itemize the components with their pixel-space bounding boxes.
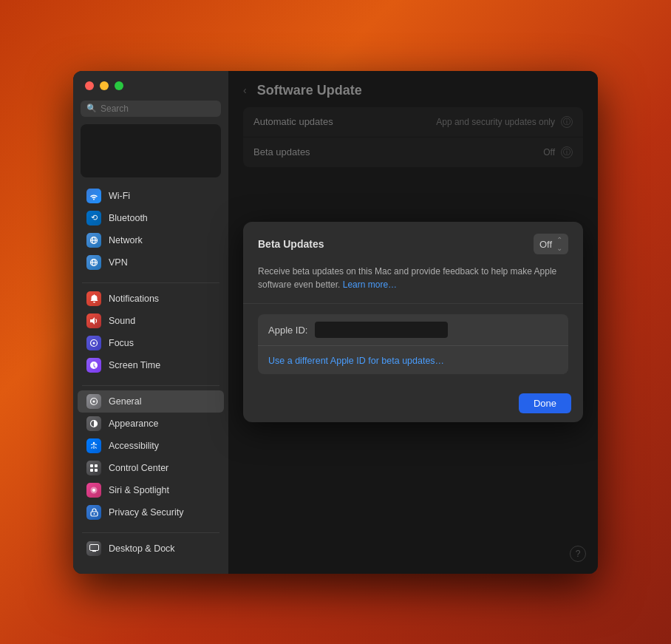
sidebar-item-label: Sound — [109, 316, 135, 326]
sidebar-item-general[interactable]: General — [78, 390, 224, 413]
svg-point-20 — [93, 513, 95, 515]
sidebar: 🔍 Wi-Fi — [73, 71, 228, 574]
focus-icon — [86, 336, 101, 350]
siri-icon — [86, 483, 101, 498]
sidebar-item-label: Screen Time — [109, 360, 160, 370]
different-apple-id-link[interactable]: Use a different Apple ID for beta update… — [268, 356, 444, 366]
system-preferences-window: 🔍 Wi-Fi — [73, 71, 598, 574]
network-icon — [86, 233, 101, 248]
sidebar-item-label: Bluetooth — [109, 213, 148, 223]
svg-rect-14 — [95, 464, 98, 467]
apple-id-value — [315, 322, 448, 338]
apple-id-label: Apple ID: — [268, 325, 307, 336]
sidebar-item-vpn[interactable]: VPN — [78, 251, 224, 274]
sidebar-item-siri[interactable]: Siri & Spotlight — [78, 479, 224, 501]
apple-id-link-row: Use a different Apple ID for beta update… — [258, 345, 568, 374]
sidebar-item-desktop[interactable]: Desktop & Dock — [78, 538, 224, 560]
sidebar-item-focus[interactable]: Focus — [78, 332, 224, 354]
svg-point-10 — [93, 400, 95, 402]
beta-toggle-value: Off — [539, 239, 552, 250]
main-content: ‹ Software Update Automatic updates App … — [228, 71, 598, 574]
maximize-button[interactable] — [115, 81, 123, 90]
sidebar-section-desktop: Desktop & Dock — [73, 538, 228, 560]
sidebar-section-system: General Appearance — [73, 390, 228, 523]
chevron-up-down-icon: ⌃⌄ — [556, 236, 562, 252]
modal-overlay: Beta Updates Off ⌃⌄ Receive beta updates… — [228, 71, 598, 574]
apple-id-row: Apple ID: — [258, 314, 568, 345]
sidebar-item-label: Accessibility — [109, 441, 159, 451]
sidebar-item-label: Network — [109, 235, 143, 245]
svg-rect-13 — [90, 464, 93, 467]
svg-point-8 — [93, 342, 95, 344]
svg-rect-15 — [90, 469, 93, 472]
sidebar-item-label: Wi-Fi — [109, 191, 130, 201]
sidebar-item-sound[interactable]: Sound — [78, 310, 224, 332]
svg-point-12 — [93, 441, 95, 443]
modal-apple-id-section: Apple ID: Use a different Apple ID for b… — [243, 304, 583, 384]
done-button[interactable]: Done — [519, 393, 571, 413]
appearance-icon — [86, 416, 101, 431]
svg-point-18 — [92, 489, 95, 492]
controlcenter-icon — [86, 461, 101, 475]
privacy-icon — [86, 505, 101, 520]
sidebar-item-label: Appearance — [109, 418, 158, 429]
desktop-icon — [86, 541, 101, 556]
notifications-icon — [86, 291, 101, 306]
modal-title: Beta Updates — [258, 238, 324, 250]
sidebar-divider-1 — [82, 282, 219, 283]
sidebar-item-screentime[interactable]: Screen Time — [78, 354, 224, 376]
sidebar-item-label: Siri & Spotlight — [109, 485, 169, 495]
modal-title-row: Beta Updates Off ⌃⌄ — [258, 234, 568, 254]
sidebar-item-label: Notifications — [109, 294, 159, 304]
sidebar-item-appearance[interactable]: Appearance — [78, 413, 224, 435]
sidebar-divider-2 — [82, 385, 219, 386]
sidebar-item-label: Desktop & Dock — [109, 543, 175, 554]
sound-icon — [86, 313, 101, 328]
svg-rect-16 — [95, 469, 98, 472]
sidebar-item-accessibility[interactable]: Accessibility — [78, 435, 224, 457]
sidebar-item-bluetooth[interactable]: ⟲ Bluetooth — [78, 207, 224, 229]
sidebar-item-privacy[interactable]: Privacy & Security — [78, 501, 224, 523]
modal-top-section: Beta Updates Off ⌃⌄ Receive beta updates… — [243, 222, 583, 303]
svg-rect-21 — [89, 545, 98, 551]
wifi-icon — [86, 189, 101, 203]
minimize-button[interactable] — [100, 81, 109, 90]
general-icon — [86, 394, 101, 409]
sidebar-item-wifi[interactable]: Wi-Fi — [78, 185, 224, 207]
svg-marker-6 — [90, 317, 95, 325]
screentime-icon — [86, 358, 101, 373]
sidebar-divider-3 — [82, 532, 219, 533]
modal-footer: Done — [243, 384, 583, 422]
sidebar-section-sounds: Notifications Sound — [73, 288, 228, 376]
user-profile[interactable] — [81, 124, 221, 177]
sidebar-section-network: Wi-Fi ⟲ Bluetooth — [73, 185, 228, 274]
accessibility-icon — [86, 438, 101, 453]
bluetooth-icon: ⟲ — [86, 211, 101, 226]
sidebar-item-label: Privacy & Security — [109, 507, 183, 518]
close-button[interactable] — [85, 81, 94, 90]
learn-more-link[interactable]: Learn more… — [343, 279, 397, 290]
beta-toggle[interactable]: Off ⌃⌄ — [534, 234, 568, 254]
sidebar-item-label: Focus — [109, 338, 134, 348]
search-input[interactable] — [101, 104, 215, 114]
vpn-icon — [86, 255, 101, 270]
sidebar-item-network[interactable]: Network — [78, 229, 224, 251]
search-bar[interactable]: 🔍 — [81, 101, 221, 117]
search-icon: 🔍 — [86, 104, 97, 113]
sidebar-item-notifications[interactable]: Notifications — [78, 288, 224, 310]
beta-updates-modal: Beta Updates Off ⌃⌄ Receive beta updates… — [243, 222, 583, 422]
modal-description: Receive beta updates on this Mac and pro… — [258, 265, 568, 291]
traffic-lights — [73, 71, 228, 98]
sidebar-item-label: VPN — [109, 257, 128, 268]
sidebar-item-label: General — [109, 396, 141, 407]
sidebar-item-label: Control Center — [109, 463, 168, 473]
sidebar-item-controlcenter[interactable]: Control Center — [78, 457, 224, 479]
